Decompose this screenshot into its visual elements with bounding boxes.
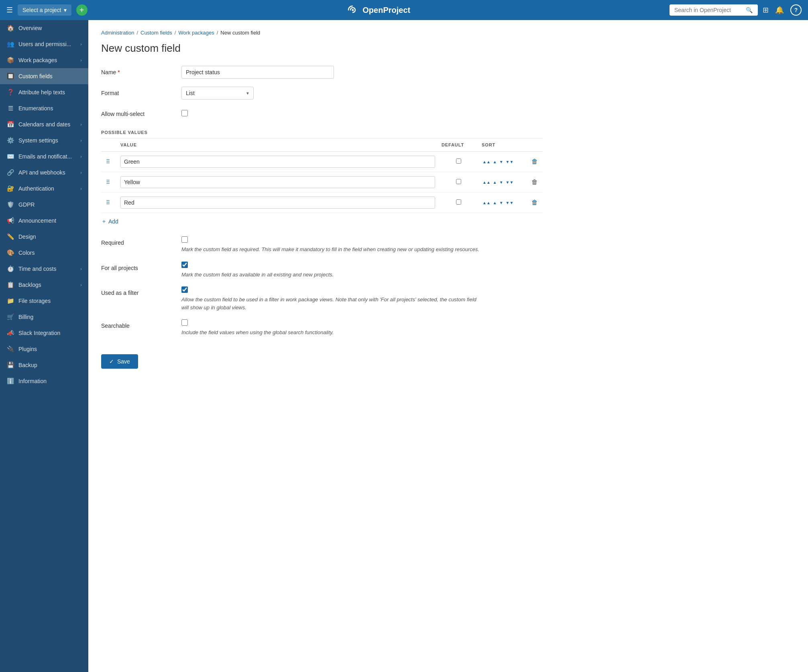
sidebar-item-calendars-dates[interactable]: 📅 Calendars and dates ›	[0, 116, 88, 132]
breadcrumb-custom-fields[interactable]: Custom fields	[140, 30, 172, 36]
help-button[interactable]: ?	[790, 4, 802, 16]
sidebar-item-colors[interactable]: 🎨 Colors	[0, 245, 88, 261]
sidebar-icon-announcement: 📢	[6, 217, 14, 224]
sort-top-1[interactable]: ▲▲	[482, 159, 491, 164]
sort-down-1[interactable]: ▼	[499, 159, 504, 164]
value-input-1[interactable]	[120, 156, 435, 168]
breadcrumb-current: New custom field	[220, 30, 260, 36]
sidebar-icon-users-permissions: 👥	[6, 41, 14, 48]
default-checkbox-3[interactable]	[456, 199, 461, 205]
sidebar-item-design[interactable]: ✏️ Design	[0, 229, 88, 245]
save-button[interactable]: ✓ Save	[101, 354, 138, 369]
add-icon: ＋	[101, 218, 107, 225]
sidebar-item-overview[interactable]: 🏠 Overview	[0, 20, 88, 36]
search-input[interactable]	[674, 7, 743, 13]
required-checkbox[interactable]	[181, 236, 188, 243]
sort-down-3[interactable]: ▼	[499, 200, 504, 205]
drag-handle[interactable]: ⠿	[104, 199, 112, 206]
delete-cell: 🗑	[527, 193, 543, 213]
sort-up-1[interactable]: ▲	[492, 159, 498, 164]
sidebar-arrow-time-costs: ›	[80, 266, 82, 271]
possible-values-table: VALUE DEFAULT SORT ⠿	[101, 138, 543, 213]
sidebar-icon-file-storages: 📁	[6, 297, 14, 305]
table-row: ⠿ ▲▲ ▲ ▼ ▼▼ 🗑	[101, 193, 543, 213]
sort-bottom-3[interactable]: ▼▼	[505, 200, 515, 205]
format-select[interactable]: List Text Integer Float Date Boolean Use…	[181, 87, 254, 99]
sidebar-item-plugins[interactable]: 🔌 Plugins	[0, 341, 88, 357]
used-as-filter-control: Allow the custom field to be used in a f…	[181, 286, 482, 311]
apps-icon[interactable]: ⊞	[763, 6, 769, 14]
sidebar-item-api-webhooks[interactable]: 🔗 API and webhooks ›	[0, 164, 88, 181]
sidebar-item-gdpr[interactable]: 🛡️ GDPR	[0, 197, 88, 213]
used-as-filter-checkbox[interactable]	[181, 286, 188, 293]
add-value-link[interactable]: ＋ Add	[101, 218, 118, 225]
sidebar-icon-attribute-help-texts: ❓	[6, 89, 14, 96]
drag-handle[interactable]: ⠿	[104, 158, 112, 165]
project-select[interactable]: Select a project ▾	[18, 4, 71, 16]
bell-icon[interactable]: 🔔	[775, 6, 784, 14]
sort-arrows-3: ▲▲ ▲ ▼ ▼▼	[482, 200, 523, 205]
sidebar-item-billing[interactable]: 🛒 Billing	[0, 309, 88, 325]
default-checkbox-1[interactable]	[456, 158, 461, 164]
drag-handle[interactable]: ⠿	[104, 179, 112, 185]
sidebar-icon-slack-integration: 📣	[6, 329, 14, 337]
sidebar-label-work-packages: Work packages	[18, 57, 76, 63]
search-box[interactable]: 🔍	[670, 4, 758, 16]
breadcrumb-admin[interactable]: Administration	[101, 30, 134, 36]
nav-icons: ⊞ 🔔 ?	[763, 4, 802, 16]
sort-top-2[interactable]: ▲▲	[482, 180, 491, 185]
sidebar-item-attribute-help-texts[interactable]: ❓ Attribute help texts	[0, 84, 88, 100]
value-cell	[117, 193, 438, 213]
sidebar-item-slack-integration[interactable]: 📣 Slack Integration	[0, 325, 88, 341]
sidebar-item-information[interactable]: ℹ️ Information	[0, 373, 88, 389]
save-label: Save	[117, 358, 130, 365]
multi-select-checkbox[interactable]	[181, 110, 188, 116]
add-project-button[interactable]: +	[76, 4, 88, 16]
top-navigation: ☰ Select a project ▾ + OpenProject 🔍 ⊞ 🔔…	[0, 0, 808, 20]
sort-up-3[interactable]: ▲	[492, 200, 498, 205]
sidebar-item-work-packages[interactable]: 📦 Work packages ›	[0, 52, 88, 68]
sort-top-3[interactable]: ▲▲	[482, 200, 491, 205]
sidebar-item-custom-fields[interactable]: 🔲 Custom fields	[0, 68, 88, 84]
delete-button-3[interactable]: 🗑	[530, 197, 539, 208]
searchable-checkbox[interactable]	[181, 319, 188, 326]
sidebar-item-authentication[interactable]: 🔐 Authentication ›	[0, 181, 88, 197]
sidebar-item-backup[interactable]: 💾 Backup	[0, 357, 88, 373]
sort-down-2[interactable]: ▼	[499, 180, 504, 185]
sidebar-label-calendars-dates: Calendars and dates	[18, 121, 76, 128]
delete-button-2[interactable]: 🗑	[530, 177, 539, 187]
sidebar-icon-gdpr: 🛡️	[6, 201, 14, 208]
sidebar-item-enumerations[interactable]: ☰ Enumerations	[0, 100, 88, 116]
value-input-2[interactable]	[120, 176, 435, 188]
hamburger-menu[interactable]: ☰	[6, 6, 13, 14]
sidebar-label-backup: Backup	[18, 362, 82, 368]
svg-point-0	[352, 9, 354, 11]
sidebar-item-emails-notifications[interactable]: ✉️ Emails and notificat... ›	[0, 148, 88, 164]
for-all-projects-checkbox[interactable]	[181, 262, 188, 268]
default-checkbox-2[interactable]	[456, 179, 461, 184]
possible-values-header: POSSIBLE VALUES	[101, 125, 543, 138]
multi-select-control	[181, 108, 462, 116]
sidebar-arrow-authentication: ›	[80, 186, 82, 191]
logo-area: OpenProject	[92, 6, 665, 15]
sort-up-2[interactable]: ▲	[492, 180, 498, 185]
delete-button-1[interactable]: 🗑	[530, 156, 539, 167]
sidebar-icon-colors: 🎨	[6, 249, 14, 256]
sidebar-item-system-settings[interactable]: ⚙️ System settings ›	[0, 132, 88, 148]
sidebar-item-file-storages[interactable]: 📁 File storages	[0, 293, 88, 309]
sidebar-label-attribute-help-texts: Attribute help texts	[18, 89, 82, 95]
sidebar-item-announcement[interactable]: 📢 Announcement	[0, 213, 88, 229]
sidebar-item-backlogs[interactable]: 📋 Backlogs ›	[0, 277, 88, 293]
name-input[interactable]	[181, 66, 334, 79]
sidebar-item-time-costs[interactable]: ⏱️ Time and costs ›	[0, 261, 88, 277]
body-layout: 🏠 Overview 👥 Users and permissi... › 📦 W…	[0, 20, 808, 672]
sort-bottom-1[interactable]: ▼▼	[505, 159, 515, 164]
for-all-projects-row: For all projects Mark the custom field a…	[101, 262, 482, 279]
value-input-3[interactable]	[120, 197, 435, 209]
project-select-label: Select a project	[22, 7, 61, 13]
sidebar-item-users-permissions[interactable]: 👥 Users and permissi... ›	[0, 36, 88, 52]
sort-bottom-2[interactable]: ▼▼	[505, 180, 515, 185]
sidebar-icon-calendars-dates: 📅	[6, 121, 14, 128]
breadcrumb-work-packages[interactable]: Work packages	[178, 30, 214, 36]
sidebar-icon-enumerations: ☰	[6, 105, 14, 112]
